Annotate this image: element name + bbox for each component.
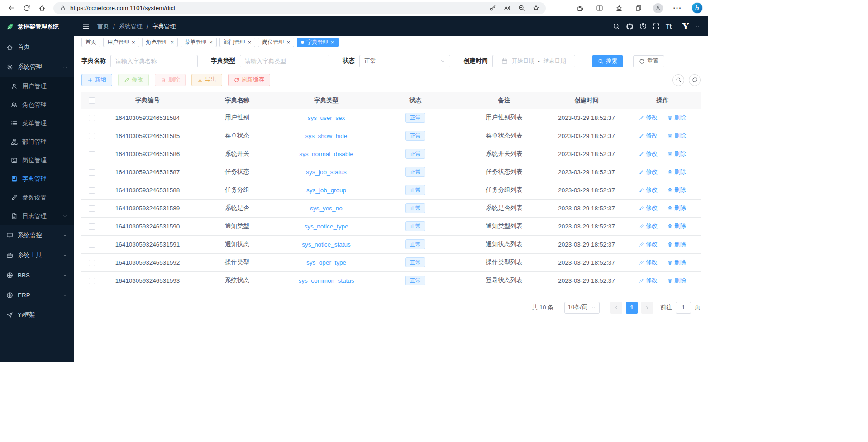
tab-menu[interactable]: 菜单管理 × (181, 38, 217, 47)
cell-dict-type-link[interactable]: sys_show_hide (305, 133, 347, 139)
help-icon[interactable] (639, 23, 647, 30)
cell-dict-type-link[interactable]: sys_notice_status (302, 241, 350, 248)
row-edit-link[interactable]: 修改 (639, 204, 658, 212)
user-avatar[interactable]: Y (682, 20, 689, 32)
edit-button[interactable]: 修改 (118, 74, 149, 86)
row-checkbox[interactable] (89, 242, 95, 248)
tab-home[interactable]: 首页 (81, 38, 100, 47)
sidebar-item-erp[interactable]: ERP (0, 285, 74, 305)
row-delete-link[interactable]: 删除 (668, 168, 686, 176)
sidebar-toggle-icon[interactable] (82, 22, 90, 30)
row-edit-link[interactable]: 修改 (639, 168, 658, 176)
cell-dict-type-link[interactable]: sys_common_status (298, 277, 354, 284)
row-delete-link[interactable]: 删除 (668, 204, 686, 212)
page-number-button[interactable]: 1 (626, 302, 638, 314)
select-all-checkbox[interactable] (89, 97, 95, 104)
sidebar-item-monitor[interactable]: 系统监控 (0, 225, 74, 245)
row-checkbox[interactable] (89, 260, 95, 266)
create-time-range-picker[interactable]: 开始日期 - 结束日期 (492, 55, 575, 67)
sidebar-item-system[interactable]: 系统管理 (0, 57, 74, 77)
row-delete-link[interactable]: 删除 (668, 132, 686, 140)
goto-page-input[interactable] (676, 302, 691, 314)
next-page-button[interactable] (641, 302, 653, 314)
dict-name-input[interactable] (110, 55, 198, 67)
refresh-cache-button[interactable]: 刷新缓存 (228, 74, 270, 86)
reload-button[interactable] (19, 2, 34, 14)
row-checkbox[interactable] (89, 223, 95, 230)
search-button[interactable]: 搜索 (592, 55, 623, 67)
row-delete-link[interactable]: 删除 (668, 150, 686, 158)
bing-chat-button[interactable]: b (689, 2, 705, 14)
breadcrumb-item[interactable]: 系统管理 (119, 22, 143, 30)
status-select[interactable]: 正常 (359, 55, 450, 67)
tab-dict[interactable]: 字典管理 × (297, 38, 339, 47)
profile-button[interactable] (650, 2, 666, 14)
header-search-icon[interactable] (613, 23, 620, 30)
settings-more-button[interactable]: ··· (670, 2, 685, 14)
row-edit-link[interactable]: 修改 (639, 150, 658, 158)
row-checkbox[interactable] (89, 205, 95, 212)
add-favorite-star-icon[interactable] (533, 5, 539, 11)
refresh-table-button[interactable] (689, 74, 701, 86)
sidebar-item-tool[interactable]: 系统工具 (0, 245, 74, 265)
row-checkbox[interactable] (89, 151, 95, 157)
sidebar-item-yi[interactable]: Yi框架 (0, 305, 74, 325)
row-edit-link[interactable]: 修改 (639, 240, 658, 248)
row-delete-link[interactable]: 删除 (668, 114, 686, 122)
row-edit-link[interactable]: 修改 (639, 132, 658, 140)
browser-home-button[interactable] (34, 2, 50, 14)
row-delete-link[interactable]: 删除 (668, 222, 686, 230)
row-delete-link[interactable]: 删除 (668, 258, 686, 266)
toggle-search-button[interactable] (672, 74, 684, 86)
tab-close-icon[interactable]: × (209, 39, 213, 45)
tab-role[interactable]: 角色管理 × (142, 38, 178, 47)
address-bar[interactable]: https://ccnetcore.com:1101/system/dict (53, 2, 546, 14)
sidebar-item-param[interactable]: 参数设置 (0, 188, 74, 207)
tab-close-icon[interactable]: × (286, 39, 290, 45)
cell-dict-type-link[interactable]: sys_notice_type (305, 223, 348, 230)
sidebar-item-home[interactable]: 首页 (0, 37, 74, 57)
add-button[interactable]: 新增 (81, 74, 112, 86)
row-delete-link[interactable]: 删除 (668, 240, 686, 248)
row-delete-link[interactable]: 删除 (668, 276, 686, 285)
sidebar-item-role[interactable]: 角色管理 (0, 95, 74, 114)
dict-type-input[interactable] (240, 55, 329, 67)
sidebar-item-bbs[interactable]: BBS (0, 265, 74, 285)
tab-close-icon[interactable]: × (132, 39, 135, 45)
favorites-button[interactable] (611, 2, 627, 14)
github-icon[interactable] (626, 23, 634, 30)
back-button[interactable] (4, 2, 19, 14)
split-screen-button[interactable] (592, 2, 607, 14)
cell-dict-type-link[interactable]: sys_job_group (306, 187, 346, 194)
row-edit-link[interactable]: 修改 (639, 222, 658, 230)
sidebar-item-user[interactable]: 用户管理 (0, 77, 74, 95)
row-checkbox[interactable] (89, 169, 95, 176)
row-checkbox[interactable] (89, 187, 95, 194)
tab-close-icon[interactable]: × (248, 39, 252, 45)
breadcrumb-item[interactable]: 首页 (97, 22, 109, 30)
sidebar-item-dict[interactable]: 字典管理 (0, 170, 74, 188)
fullscreen-icon[interactable] (653, 23, 660, 30)
sidebar-item-dept[interactable]: 部门管理 (0, 133, 74, 151)
row-edit-link[interactable]: 修改 (639, 114, 658, 122)
tab-close-icon[interactable]: × (171, 39, 174, 45)
row-checkbox[interactable] (89, 133, 95, 139)
sidebar-item-post[interactable]: 岗位管理 (0, 151, 74, 170)
delete-button[interactable]: 删除 (155, 74, 186, 86)
extensions-button[interactable] (572, 2, 588, 14)
row-delete-link[interactable]: 删除 (668, 186, 686, 194)
sidebar-item-log[interactable]: 日志管理 (0, 207, 74, 225)
cell-dict-type-link[interactable]: sys_user_sex (308, 114, 345, 121)
cell-dict-type-link[interactable]: sys_oper_type (306, 259, 346, 266)
export-button[interactable]: 导出 (191, 74, 222, 86)
row-edit-link[interactable]: 修改 (639, 186, 658, 194)
tab-post[interactable]: 岗位管理 × (258, 38, 294, 47)
tab-user[interactable]: 用户管理 × (103, 38, 139, 47)
read-aloud-icon[interactable] (504, 5, 510, 11)
reset-button[interactable]: 重置 (633, 55, 664, 67)
zoom-icon[interactable] (518, 5, 525, 11)
font-size-icon[interactable]: Tt (666, 23, 672, 30)
cell-dict-type-link[interactable]: sys_normal_disable (299, 151, 353, 157)
page-size-select[interactable]: 10条/页 (564, 302, 600, 314)
collections-button[interactable] (631, 2, 646, 14)
